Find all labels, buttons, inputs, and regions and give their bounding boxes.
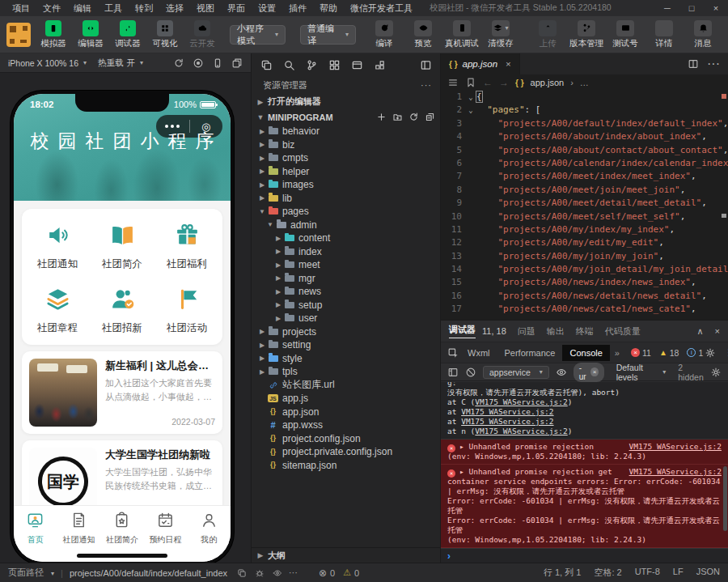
tab-首页[interactable]: 首页 xyxy=(14,511,57,562)
tree-item-cmpts[interactable]: ▶cmpts xyxy=(252,151,440,165)
user-avatar[interactable] xyxy=(6,23,31,47)
code-editor[interactable]: 1⌄{2⌄ "pages": [3 "projects/A00/default/… xyxy=(441,91,728,320)
phone-icon[interactable] xyxy=(212,57,223,69)
toolbar-上传-button[interactable]: 上传 xyxy=(529,20,566,49)
tree-item-setup[interactable]: ▶setup xyxy=(252,299,440,312)
status-item-2[interactable]: UTF-8 xyxy=(635,567,660,579)
close-panel-icon[interactable]: × xyxy=(715,326,720,337)
refresh-icon[interactable] xyxy=(408,112,419,122)
tree-item-style[interactable]: ▶style xyxy=(252,352,440,366)
more-icon[interactable]: ··· xyxy=(421,80,432,90)
device-select[interactable]: iPhone X 100% 16 ▾ xyxy=(8,58,87,68)
new-file-icon[interactable] xyxy=(376,112,387,122)
more-icon[interactable] xyxy=(156,125,189,128)
tree-item-sitemap.json[interactable]: {}sitemap.json xyxy=(252,459,440,473)
fold-icon[interactable]: ⌄ xyxy=(465,91,476,104)
tree-item-project.private.config.json[interactable]: {}project.private.config.json xyxy=(252,445,440,459)
toolbar-测试号-button[interactable]: 测试号 xyxy=(607,20,644,49)
console-link[interactable]: VM175 WAService.js:2 xyxy=(461,417,553,426)
menu-item-8[interactable]: 设置 xyxy=(252,1,281,16)
list-icon[interactable] xyxy=(447,77,459,88)
menu-item-3[interactable]: 工具 xyxy=(99,1,128,16)
more-tabs-icon[interactable]: » xyxy=(612,348,623,358)
debugger-tab-终端[interactable]: 终端 xyxy=(576,325,594,338)
fold-icon[interactable]: ⌄ xyxy=(465,104,476,117)
code-line[interactable]: 5 "projects/A00/about/contact/about_cont… xyxy=(441,144,728,157)
tree-item-app.wxss[interactable]: #app.wxss xyxy=(252,418,440,432)
close-button[interactable]: × xyxy=(704,0,728,16)
menu-item-9[interactable]: 插件 xyxy=(283,1,312,16)
toolbar-消息-button[interactable]: 消息 xyxy=(684,20,722,49)
console-scrollbar[interactable] xyxy=(723,466,727,531)
code-line[interactable]: 4 "projects/A00/about/index/about_index"… xyxy=(441,130,728,143)
tree-item-app.json[interactable]: {}app.json xyxy=(252,406,440,419)
menu-item-2[interactable]: 编辑 xyxy=(68,1,97,16)
code-line[interactable]: 16 "projects/A00/news/detail/news_detail… xyxy=(441,290,728,303)
tab-debugger[interactable]: 调试器 xyxy=(449,324,476,338)
toolbar-模拟器-button[interactable]: 模拟器 xyxy=(36,20,71,49)
toolbar-清缓存-button[interactable]: ▾清缓存 xyxy=(482,20,519,49)
tree-item-content[interactable]: ▶content xyxy=(252,232,440,245)
menu-item-6[interactable]: 视图 xyxy=(191,1,220,16)
tree-item-pages[interactable]: ▼pages xyxy=(252,205,440,219)
code-line[interactable]: 12 "projects/A00/my/edit/my_edit", xyxy=(441,236,728,249)
menu-item-10[interactable]: 帮助 xyxy=(314,1,343,16)
menu-item-0[interactable]: 项目 xyxy=(6,1,36,16)
gear-icon[interactable] xyxy=(705,347,716,359)
console-filter-input[interactable]: -ur × xyxy=(574,363,604,382)
hot-reload-toggle[interactable]: 热重载 开 ▾ xyxy=(98,57,143,69)
error-count-badge[interactable]: × 11 xyxy=(631,348,651,358)
code-line[interactable]: 14 "projects/A00/my/join_detail/my_join_… xyxy=(441,263,728,276)
console-input[interactable]: › xyxy=(441,548,728,563)
compile-mode-select[interactable]: 普通编译 ▾ xyxy=(300,25,356,45)
toolbar-调试器-button[interactable]: 调试器 xyxy=(110,20,146,49)
project-root-section[interactable]: ▼ MINIPROGRAM xyxy=(252,109,440,125)
warning-count-badge[interactable]: ▲ 18 xyxy=(659,348,679,358)
bookmark-icon[interactable] xyxy=(465,77,476,88)
tree-item-behavior[interactable]: ▶behavior xyxy=(252,125,440,138)
menu-item-4[interactable]: 转到 xyxy=(129,1,159,16)
toolbar-编译-button[interactable]: 编译 xyxy=(366,20,403,49)
sidebar-toggle-icon[interactable] xyxy=(447,367,459,378)
context-select[interactable]: appservice ▾ xyxy=(483,366,549,379)
back-icon[interactable]: ← xyxy=(483,77,493,88)
layout-icon[interactable] xyxy=(416,55,435,74)
console-link[interactable]: VM175 WAService.js:2 xyxy=(629,442,722,452)
menu-item-1[interactable]: 文件 xyxy=(37,1,66,16)
eye-icon[interactable] xyxy=(556,367,567,378)
close-icon[interactable]: × xyxy=(506,59,511,69)
status-item-4[interactable]: JSON xyxy=(696,567,720,579)
console-link[interactable]: VM175 WAService.js:2 xyxy=(475,427,567,435)
code-line[interactable]: 11 "projects/A00/my/index/my_index", xyxy=(441,223,728,236)
tree-item-helper[interactable]: ▶helper xyxy=(252,165,440,179)
clear-console-icon[interactable] xyxy=(465,367,476,378)
tree-item-biz[interactable]: ▶biz xyxy=(252,138,440,152)
menu-item-11[interactable]: 微信开发者工具 xyxy=(345,1,418,16)
toolbar-编辑器-button[interactable]: 编辑器 xyxy=(73,20,108,49)
code-line[interactable]: 8 "projects/A00/meet/join/meet_join", xyxy=(441,184,728,197)
forward-icon[interactable]: → xyxy=(499,77,509,88)
restart-icon[interactable] xyxy=(173,57,184,69)
collapse-all-icon[interactable] xyxy=(425,112,435,122)
debugger-tab-问题[interactable]: 问题 xyxy=(518,325,535,338)
devtools-tab-Performance[interactable]: Performance xyxy=(497,345,563,361)
windows-icon[interactable] xyxy=(231,57,243,69)
news-card[interactable]: 国学大学生国学社团纳新啦大学生国学社团，弘扬中华民族传统经书史籍，成立于2009… xyxy=(22,440,222,505)
console-link[interactable]: VM175 WAService.js:2 xyxy=(629,467,722,477)
info-count-badge[interactable]: i 1 xyxy=(687,348,703,358)
open-editors-section[interactable]: ▶ 打开的编辑器 xyxy=(252,94,440,109)
toolbar-详情-button[interactable]: 详情 xyxy=(645,20,683,49)
feature-社团通知[interactable]: 社团通知 xyxy=(25,222,90,271)
tree-item-setting[interactable]: ▶setting xyxy=(252,338,440,352)
bug-icon[interactable] xyxy=(255,568,265,578)
status-item-1[interactable]: 空格: 2 xyxy=(594,567,621,579)
tree-item-projects[interactable]: ▶projects xyxy=(252,325,440,339)
code-line[interactable]: 9 "projects/A00/meet/detail/meet_detail"… xyxy=(441,197,728,210)
split-editor-icon[interactable] xyxy=(688,58,699,70)
breadcrumb-file[interactable]: app.json xyxy=(531,78,565,87)
tab-我的[interactable]: 我的 xyxy=(187,511,231,562)
toolbar-真机调试-button[interactable]: 真机调试 xyxy=(443,20,480,49)
new-folder-icon[interactable] xyxy=(392,112,403,122)
code-line[interactable]: 17 "projects/A00/news/cate1/news_cate1", xyxy=(441,303,728,316)
toolbar-可视化-button[interactable]: 可视化 xyxy=(147,20,183,49)
